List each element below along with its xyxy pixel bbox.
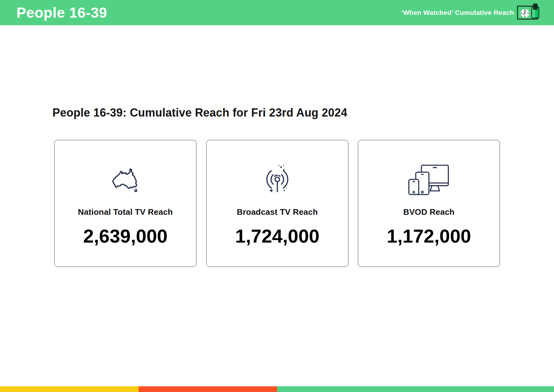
footer-red-segment — [139, 386, 277, 392]
card-bvod-reach: BVOD Reach 1,172,000 — [358, 140, 500, 267]
card-broadcast-tv-reach: Broadcast TV Reach 1,724,000 — [206, 140, 348, 267]
page-title: People 16-39 — [16, 4, 107, 21]
card-value: 2,639,000 — [83, 225, 168, 247]
header-bar: People 16-39 ‘When Watched’ Cumulative R… — [0, 0, 554, 25]
dashboard-page: People 16-39 ‘When Watched’ Cumulative R… — [0, 0, 554, 392]
footer-color-bar — [0, 386, 554, 392]
footer-yellow-segment — [0, 386, 139, 392]
card-national-total-tv-reach: National Total TV Reach 2,639,000 — [54, 140, 196, 267]
report-heading: People 16-39: Cumulative Reach for Fri 2… — [52, 106, 347, 119]
broadcast-antenna-icon — [262, 164, 293, 196]
card-label: BVOD Reach — [403, 207, 455, 217]
card-value: 1,724,000 — [235, 225, 320, 247]
footer-green-segment — [277, 386, 554, 392]
header-tagline: ‘When Watched’ Cumulative Reach — [401, 9, 514, 16]
card-label: Broadcast TV Reach — [237, 207, 318, 217]
card-value: 1,172,000 — [387, 225, 471, 247]
connected-devices-icon — [408, 164, 450, 196]
australia-map-icon — [109, 164, 142, 196]
device-icon[interactable] — [531, 3, 539, 20]
card-label: National Total TV Reach — [78, 207, 173, 217]
